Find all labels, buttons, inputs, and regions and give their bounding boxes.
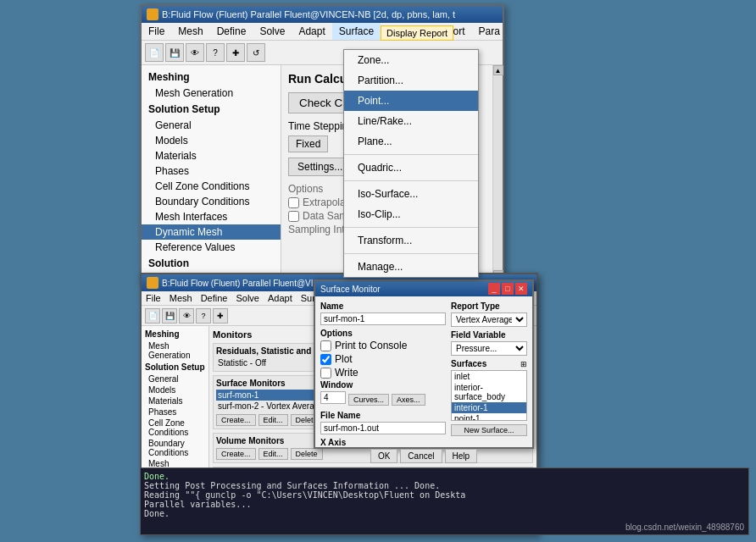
- window-input[interactable]: [320, 391, 346, 404]
- sidebar-phases[interactable]: Phases: [142, 163, 281, 179]
- watermark: blog.csdn.net/weixin_48988760: [625, 523, 744, 532]
- sidebar-cell-zone[interactable]: Cell Zone Conditions: [142, 179, 281, 194]
- report-type-select[interactable]: Vertex Average: [451, 312, 527, 327]
- report-type-label: Report Type: [451, 301, 527, 311]
- sidebar-dynamic-mesh[interactable]: Dynamic Mesh: [142, 224, 281, 240]
- surfaces-list[interactable]: inlet interior-surface_body interior-1 p…: [451, 370, 527, 421]
- second-sidebar-materials[interactable]: Materials: [142, 395, 208, 406]
- popup-close-btn[interactable]: ✕: [515, 283, 527, 295]
- console-line-label: Done.: [144, 472, 745, 481]
- sidebar-general[interactable]: General: [142, 118, 281, 133]
- cancel-btn[interactable]: Cancel: [400, 449, 442, 463]
- menu-para[interactable]: Para: [472, 23, 507, 40]
- dropdown-partition[interactable]: Partition...: [344, 70, 478, 91]
- console-line-2: Reading ""{ gunclp -o "C:\Users\VINCEN\D…: [144, 490, 745, 500]
- main-title-bar: B:Fluid Flow (Fluent) Parallel Fluent@VI…: [142, 6, 503, 23]
- dropdown-zone[interactable]: Zone...: [344, 50, 478, 70]
- write-checkbox[interactable]: [320, 368, 331, 379]
- menu-surface[interactable]: Surface: [332, 23, 381, 40]
- filter-icon[interactable]: ⊞: [520, 360, 527, 368]
- console-line-4: Done.: [144, 509, 745, 518]
- print-console-option: Print to Console: [320, 340, 446, 351]
- field-variable-select[interactable]: Pressure...: [451, 341, 527, 356]
- toolbar-btn-5[interactable]: ✚: [226, 43, 245, 62]
- second-sidebar-phases[interactable]: Phases: [142, 406, 208, 418]
- second-sidebar-cell-zone[interactable]: Cell Zone Conditions: [142, 418, 208, 438]
- file-name-input[interactable]: [320, 422, 446, 434]
- second-toolbar-btn-5[interactable]: ✚: [213, 308, 228, 324]
- toolbar-btn-3[interactable]: 👁: [186, 43, 204, 62]
- sidebar-reference-values[interactable]: Reference Values: [142, 240, 281, 255]
- create-btn-2[interactable]: Create...: [216, 448, 256, 460]
- toolbar-btn-1[interactable]: 📄: [145, 43, 164, 62]
- menu-mesh[interactable]: Mesh: [171, 23, 209, 40]
- second-toolbar-btn-3[interactable]: 👁: [179, 308, 194, 324]
- sidebar-boundary[interactable]: Boundary Conditions: [142, 194, 281, 209]
- extrapolate-checkbox[interactable]: [288, 197, 299, 208]
- sidebar-materials[interactable]: Materials: [142, 148, 281, 163]
- print-console-checkbox[interactable]: [320, 340, 331, 351]
- second-sidebar-mesh-gen[interactable]: Mesh Generation: [142, 340, 208, 361]
- second-menu-adapt[interactable]: Adapt: [264, 291, 297, 305]
- axes-btn[interactable]: Axes...: [392, 394, 425, 406]
- scroll-up-btn[interactable]: ▲: [493, 65, 503, 75]
- window-label: Window: [320, 380, 446, 390]
- new-surface-btn[interactable]: New Surface...: [451, 424, 527, 436]
- dropdown-transform[interactable]: Transform...: [344, 230, 478, 251]
- toolbar-btn-2[interactable]: 💾: [165, 43, 184, 62]
- popup-maximize[interactable]: □: [502, 283, 514, 295]
- curves-btn[interactable]: Curves...: [348, 394, 389, 406]
- second-toolbar-btn-2[interactable]: 💾: [162, 308, 177, 324]
- second-menu-solve[interactable]: Solve: [231, 291, 264, 305]
- dropdown-plane[interactable]: Plane...: [344, 131, 478, 152]
- surface-interior-1[interactable]: interior-1: [452, 402, 526, 413]
- second-sidebar-general[interactable]: General: [142, 373, 208, 384]
- second-toolbar-btn-1[interactable]: 📄: [145, 308, 160, 324]
- plot-checkbox[interactable]: [320, 354, 331, 365]
- name-input[interactable]: [320, 312, 446, 325]
- dropdown-quadric[interactable]: Quadric...: [344, 158, 478, 178]
- second-menu-file[interactable]: File: [142, 291, 165, 305]
- second-sidebar-boundary[interactable]: Boundary Conditions: [142, 438, 208, 458]
- second-menu-define[interactable]: Define: [197, 291, 232, 305]
- dropdown-iso-surface[interactable]: Iso-Surface...: [344, 184, 478, 204]
- field-variable-label: Field Variable: [451, 330, 527, 340]
- menu-define[interactable]: Define: [210, 23, 253, 40]
- options-label: Options: [320, 329, 446, 338]
- popup-btn-row: OK Cancel Help: [315, 449, 532, 463]
- popup-minimize[interactable]: _: [488, 283, 500, 295]
- surface-interior-body[interactable]: interior-surface_body: [452, 382, 526, 402]
- create-btn-1[interactable]: Create...: [216, 414, 256, 426]
- edit-btn-2[interactable]: Edit...: [258, 448, 288, 460]
- toolbar-btn-6[interactable]: ↺: [247, 43, 265, 62]
- surface-point-1[interactable]: point-1: [452, 413, 526, 421]
- toolbar-btn-4[interactable]: ?: [206, 43, 225, 62]
- surface-inlet[interactable]: inlet: [452, 371, 526, 382]
- dropdown-line-rake[interactable]: Line/Rake...: [344, 111, 478, 131]
- help-btn[interactable]: Help: [445, 449, 478, 463]
- sidebar-models[interactable]: Models: [142, 133, 281, 148]
- plot-label: Plot: [335, 353, 353, 365]
- popup-title-bar: Surface Monitor _ □ ✕: [315, 281, 532, 296]
- second-toolbar-btn-4[interactable]: ?: [196, 308, 211, 324]
- second-menu-mesh[interactable]: Mesh: [165, 291, 197, 305]
- edit-btn-1[interactable]: Edit...: [258, 414, 288, 426]
- dropdown-iso-clip[interactable]: Iso-Clip...: [344, 204, 478, 224]
- dropdown-manage[interactable]: Manage...: [344, 257, 478, 277]
- sidebar-mesh-generation[interactable]: Mesh Generation: [142, 86, 281, 101]
- write-label: Write: [335, 367, 359, 379]
- sidebar-mesh-interfaces[interactable]: Mesh Interfaces: [142, 209, 281, 224]
- dropdown-point[interactable]: Point...: [344, 91, 478, 111]
- menu-adapt[interactable]: Adapt: [292, 23, 331, 40]
- second-sidebar-meshing: Meshing: [142, 328, 208, 340]
- ok-btn[interactable]: OK: [370, 449, 397, 463]
- menu-solve[interactable]: Solve: [253, 23, 292, 40]
- fixed-badge: Fixed: [288, 136, 328, 152]
- menu-file[interactable]: File: [142, 23, 171, 40]
- second-sidebar-models[interactable]: Models: [142, 384, 208, 395]
- data-samp-checkbox[interactable]: [288, 211, 299, 222]
- main-scrollbar[interactable]: ▲ ▼: [492, 65, 503, 280]
- name-label: Name: [320, 301, 446, 311]
- popup-right: Report Type Vertex Average Field Variabl…: [451, 301, 527, 440]
- popup-left: Name document.querySelector('[data-name=…: [320, 301, 446, 440]
